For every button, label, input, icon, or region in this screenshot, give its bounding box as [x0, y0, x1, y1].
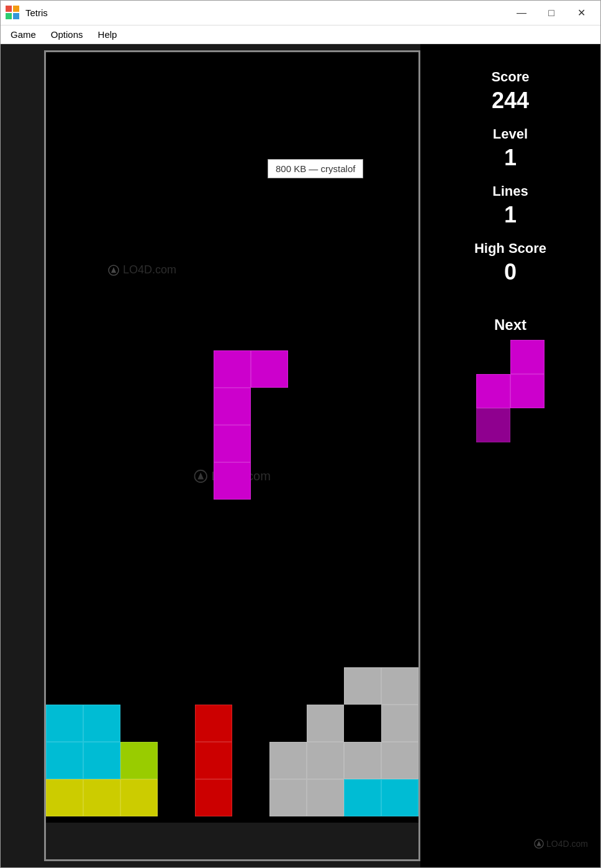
piece-cell: [195, 779, 232, 816]
piece-cell: [307, 705, 344, 742]
piece-cell: [195, 705, 232, 742]
maximize-button[interactable]: □: [537, 3, 566, 23]
menu-help[interactable]: Help: [91, 27, 125, 42]
piece-cell: [307, 742, 344, 779]
next-piece-cell: [476, 408, 510, 442]
svg-rect-0: [6, 6, 12, 12]
piece-cell: [46, 705, 83, 742]
close-button[interactable]: ✕: [567, 3, 595, 23]
window-title: Tetris: [25, 7, 507, 18]
piece-cell: [344, 742, 381, 779]
level-label: Level: [493, 126, 528, 142]
main-window: Tetris — □ ✕ Game Options Help 800 KB — …: [0, 0, 601, 868]
window-controls: — □ ✕: [507, 3, 595, 23]
piece-cell: [381, 742, 418, 779]
score-value: 244: [492, 88, 529, 114]
svg-rect-1: [13, 6, 19, 12]
high-score-label: High Score: [474, 240, 546, 257]
piece-cell: [381, 667, 418, 705]
level-value: 1: [504, 145, 517, 171]
piece-cell: [269, 779, 307, 816]
piece-cell: [46, 742, 83, 779]
sidebar: Score 244 Level 1 Lines 1 High Score 0 N…: [420, 44, 600, 867]
svg-marker-5: [111, 267, 116, 273]
piece-cell: [195, 742, 232, 779]
next-piece-cell: [510, 340, 545, 374]
title-bar: Tetris — □ ✕: [1, 1, 600, 25]
piece-cell: [83, 705, 120, 742]
piece-cell: [307, 779, 344, 816]
piece-cell: [214, 350, 251, 388]
lines-value: 1: [504, 202, 517, 228]
high-score-value: 0: [504, 259, 517, 285]
minimize-button[interactable]: —: [507, 3, 536, 23]
game-area: 800 KB — crystalof LO4D.com: [1, 44, 600, 867]
piece-cell: [344, 779, 381, 816]
piece-cell: [120, 742, 158, 779]
svg-rect-3: [13, 13, 19, 19]
next-label: Next: [494, 316, 526, 334]
piece-cell: [344, 667, 381, 705]
piece-cell: [251, 350, 288, 388]
svg-point-6: [194, 470, 207, 482]
menu-options[interactable]: Options: [43, 27, 91, 42]
menu-game[interactable]: Game: [3, 27, 43, 42]
sidebar-watermark: LO4D.com: [534, 839, 588, 849]
piece-cell: [83, 742, 120, 779]
piece-cell: [120, 779, 158, 816]
piece-cell: [269, 742, 307, 779]
watermark-left: LO4D.com: [108, 263, 176, 276]
svg-marker-7: [197, 472, 204, 479]
app-icon: [6, 6, 20, 21]
svg-marker-9: [537, 841, 541, 846]
next-piece-preview: [467, 340, 554, 427]
tooltip: 800 KB — crystalof: [268, 159, 363, 178]
menu-bar: Game Options Help: [1, 25, 600, 44]
piece-cell: [381, 705, 418, 742]
piece-cell: [46, 779, 83, 816]
svg-rect-2: [6, 13, 12, 19]
piece-cell: [214, 425, 251, 462]
piece-cell: [214, 388, 251, 425]
svg-point-4: [109, 265, 119, 275]
next-piece-cell: [510, 374, 545, 408]
piece-cell: [214, 462, 251, 500]
board-border: LO4D.com LO4D.com: [44, 50, 420, 861]
piece-cell: [381, 779, 418, 816]
piece-cell: [83, 779, 120, 816]
next-piece-cell: [476, 374, 510, 408]
lines-label: Lines: [492, 183, 528, 199]
score-label: Score: [491, 69, 529, 85]
